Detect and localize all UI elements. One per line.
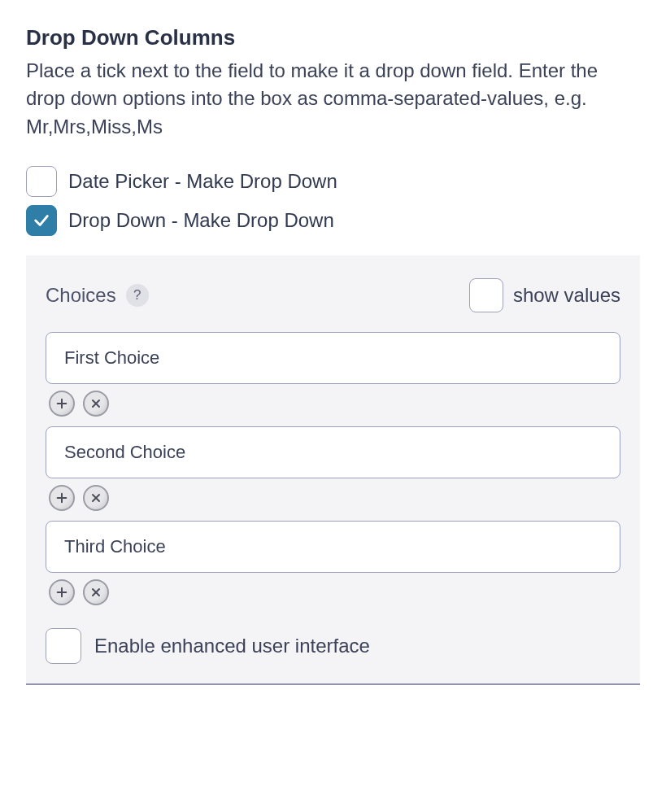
choice-actions-1 <box>46 391 620 417</box>
show-values-label: show values <box>513 282 620 310</box>
section-description: Place a tick next to the field to make i… <box>26 57 628 142</box>
choice-input-2[interactable] <box>46 426 620 478</box>
add-choice-button[interactable] <box>49 485 75 511</box>
show-values-checkbox[interactable] <box>469 278 503 312</box>
field-row-drop-down: Drop Down - Make Drop Down <box>26 205 640 236</box>
choices-header: Choices ? show values <box>46 278 620 312</box>
choice-actions-2 <box>46 485 620 511</box>
x-icon <box>89 397 102 410</box>
show-values-toggle: show values <box>469 278 620 312</box>
field-label-drop-down: Drop Down - Make Drop Down <box>68 207 334 235</box>
section-heading: Drop Down Columns <box>26 23 640 54</box>
plus-icon <box>55 397 68 410</box>
choices-panel: Choices ? show values <box>26 255 640 685</box>
add-choice-button[interactable] <box>49 579 75 605</box>
plus-icon <box>55 491 68 504</box>
field-checkbox-drop-down[interactable] <box>26 205 57 236</box>
field-row-date-picker: Date Picker - Make Drop Down <box>26 166 640 197</box>
choice-input-3[interactable] <box>46 521 620 573</box>
remove-choice-button[interactable] <box>83 391 109 417</box>
add-choice-button[interactable] <box>49 391 75 417</box>
plus-icon <box>55 586 68 599</box>
choice-input-1[interactable] <box>46 332 620 384</box>
field-checkbox-date-picker[interactable] <box>26 166 57 197</box>
choice-actions-3 <box>46 579 620 605</box>
enable-enhanced-ui-row: Enable enhanced user interface <box>46 628 620 664</box>
choices-label: Choices <box>46 282 116 310</box>
x-icon <box>89 491 102 504</box>
field-label-date-picker: Date Picker - Make Drop Down <box>68 168 337 196</box>
x-icon <box>89 586 102 599</box>
enable-enhanced-ui-checkbox[interactable] <box>46 628 81 664</box>
remove-choice-button[interactable] <box>83 485 109 511</box>
check-icon <box>33 212 50 229</box>
remove-choice-button[interactable] <box>83 579 109 605</box>
help-icon[interactable]: ? <box>126 284 149 307</box>
enable-enhanced-ui-label: Enable enhanced user interface <box>94 632 370 661</box>
